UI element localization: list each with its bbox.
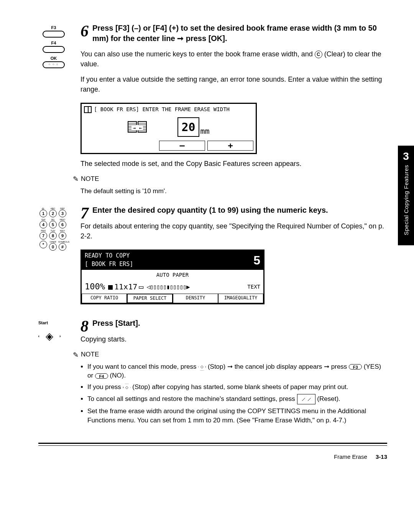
lcd2-paper: ■ 11x17 ▭ <box>108 281 143 292</box>
lcd-width-unit: mm <box>200 126 210 136</box>
step6-number: 6 <box>80 23 89 39</box>
step8-note-heading: ✎ NOTE <box>73 350 387 360</box>
f4-key-icon: F4 <box>38 41 69 53</box>
book-icon <box>84 106 92 113</box>
step8-body: Copying starts. <box>80 334 387 344</box>
tab-image-quality: IMAGEQUALITY <box>218 294 263 303</box>
lcd2-ratio: 100% <box>85 281 105 293</box>
book-pages-icon: → ← <box>128 121 147 133</box>
lcd2-line1: READY TO COPY <box>85 252 133 260</box>
lcd-minus-button: – <box>159 141 205 151</box>
step7-body: For details about entering the copy quan… <box>80 221 387 241</box>
footer-section: Frame Erase <box>334 453 367 460</box>
note-bullet-4: Set the frame erase width around the ori… <box>87 407 387 425</box>
lcd-header: [ BOOK FR ERS] ENTER THE FRAME ERASE WID… <box>94 105 230 113</box>
lcd-value-group: 20mm <box>177 117 209 137</box>
step7-heading: Enter the desired copy quantity (1 to 99… <box>80 205 387 215</box>
note-bullet-3: To cancel all settings and restore the m… <box>87 394 387 404</box>
lcd-book-frame-erase: [ BOOK FR ERS] ENTER THE FRAME ERASE WID… <box>80 103 257 154</box>
lcd2-auto-paper: AUTO PAPER <box>82 270 263 280</box>
f3-key-icon: F3 <box>38 25 69 38</box>
note-heading: ✎ NOTE <box>73 174 387 184</box>
step-7: @.1 ABC2 DEF3 GHI4 JKL5 MNO6 PRS7 TUV8 W… <box>38 205 387 309</box>
step8-note-body: If you want to cancel this mode, press ◇… <box>80 362 387 425</box>
ok-key-icon: OK <box>38 56 69 68</box>
lcd2-density-bar: ◁▯▯▯▯▯▮▯▯▯▯▯▶ <box>146 282 244 291</box>
lcd2-text-mode: TEXT <box>247 283 260 291</box>
step8-heading: Press [Start]. <box>80 318 387 328</box>
keypad-icon: @.1 ABC2 DEF3 GHI4 JKL5 MNO6 PRS7 TUV8 W… <box>38 205 80 309</box>
clear-key-icon: C <box>315 51 322 58</box>
note-bullet-2: If you press ◇ (Stop) after copying has … <box>87 383 387 392</box>
page: F3 F4 OK 6 Press [F3] (–) or [F4] (+) to… <box>0 0 414 475</box>
step6-note-text: The default setting is '10 mm'. <box>80 187 387 196</box>
step6-heading: Press [F3] (–) or [F4] (+) to set the de… <box>80 23 387 44</box>
step6-icons: F3 F4 OK <box>38 23 80 196</box>
pencil-icon: ✎ <box>73 174 79 184</box>
step8-number: 8 <box>80 318 89 334</box>
tab-density: DENSITY <box>173 294 218 303</box>
step7-number: 7 <box>80 205 89 221</box>
step6-after-lcd: The selected mode is set, and the Copy B… <box>80 159 387 169</box>
footer: Frame Erase 3-13 <box>38 446 387 460</box>
lcd-width-value: 20 <box>177 117 199 137</box>
lcd2-tabs: COPY RATIO PAPER SELECT DENSITY IMAGEQUA… <box>82 294 263 303</box>
lcd-ready-to-copy: READY TO COPY [ BOOK FR ERS] 5 AUTO PAPE… <box>80 250 264 304</box>
reset-key-icon: ⟋⟋ <box>297 394 315 404</box>
pencil-icon: ✎ <box>73 350 79 360</box>
step-6: F3 F4 OK 6 Press [F3] (–) or [F4] (+) to… <box>38 23 387 196</box>
step-8: Start ◈ 8 Press [Start]. Copying starts.… <box>38 318 387 427</box>
tab-paper-select: PAPER SELECT <box>127 294 173 303</box>
start-key-icon: Start ◈ <box>38 318 80 427</box>
start-hex-icon: ◈ <box>38 327 61 346</box>
step6-body2: If you enter a value outside the setting… <box>80 74 387 94</box>
tab-copy-ratio: COPY RATIO <box>82 294 127 303</box>
footer-page: 3-13 <box>376 453 387 460</box>
f4-inline-icon: F4 <box>95 373 108 379</box>
footer-rule <box>38 443 387 446</box>
step6-body1: You can also use the numeric keys to ent… <box>80 49 387 69</box>
f3-inline-icon: F3 <box>349 364 362 369</box>
stop-icon: ◇ <box>198 363 206 371</box>
lcd2-line2: [ BOOK FR ERS] <box>85 260 133 269</box>
lcd-plus-button: + <box>207 141 253 151</box>
note-bullet-1: If you want to cancel this mode, press ◇… <box>87 362 387 381</box>
lcd2-copy-count: 5 <box>253 254 260 266</box>
stop-icon: ◇ <box>123 384 131 391</box>
